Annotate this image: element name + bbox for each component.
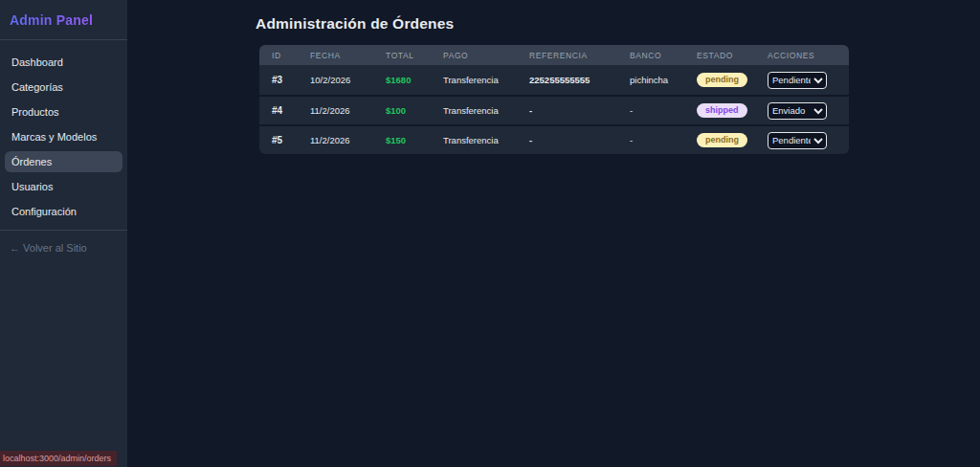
status-badge: shipped: [697, 103, 747, 118]
sidebar-item-órdenes[interactable]: Órdenes: [5, 151, 122, 172]
order-date-cell: 11/2/2026: [298, 135, 373, 145]
admin-app: Admin Panel Dashboard Categorías Product…: [0, 0, 980, 467]
order-status-select[interactable]: Enviado: [768, 102, 827, 120]
order-payment-cell: Transferencia: [431, 75, 517, 85]
table-row: #5 11/2/2026 $150 Transferencia - - pend…: [259, 124, 849, 154]
table-header-row: ID FECHA TOTAL PAGO REFERENCIA BANCO EST…: [259, 45, 849, 65]
order-reference-cell: -: [517, 105, 617, 116]
sidebar: Admin Panel Dashboard Categorías Product…: [0, 0, 127, 467]
order-payment-cell: Transferencia: [431, 135, 517, 145]
order-status-cell: pending: [684, 133, 755, 147]
order-bank-cell: pichincha: [617, 75, 684, 85]
sidebar-item-marcas-y-modelos[interactable]: Marcas y Modelos: [5, 126, 122, 147]
column-header-pago: PAGO: [431, 51, 517, 60]
order-status-select[interactable]: Pendiente: [768, 132, 827, 149]
sidebar-item-label: Usuarios: [11, 181, 53, 192]
back-to-site-link[interactable]: ← Volver al Sitio: [0, 231, 127, 265]
sidebar-item-categorías[interactable]: Categorías: [5, 77, 122, 98]
sidebar-item-dashboard[interactable]: Dashboard: [5, 52, 122, 73]
sidebar-item-configuración[interactable]: Configuración: [5, 201, 122, 222]
page-title: Administración de Órdenes: [256, 15, 980, 33]
sidebar-nav: Dashboard Categorías Productos Marcas y …: [0, 40, 127, 230]
sidebar-item-label: Categorías: [11, 81, 63, 93]
order-id-cell: #3: [259, 75, 298, 85]
column-header-fecha: FECHA: [298, 51, 373, 60]
order-date-cell: 10/2/2026: [298, 75, 373, 85]
order-reference-cell: 225255555555: [517, 75, 617, 85]
order-actions-cell: Pendiente: [755, 72, 849, 89]
order-status-cell: shipped: [684, 103, 755, 118]
order-reference-cell: -: [517, 135, 617, 145]
order-id-cell: #4: [259, 105, 298, 116]
sidebar-item-label: Dashboard: [11, 56, 63, 68]
sidebar-item-label: Órdenes: [11, 156, 52, 167]
table-row: #4 11/2/2026 $100 Transferencia - - ship…: [259, 95, 849, 124]
sidebar-item-usuarios[interactable]: Usuarios: [5, 176, 122, 197]
order-payment-cell: Transferencia: [431, 105, 517, 116]
sidebar-item-label: Productos: [11, 106, 59, 118]
link-preview-statusbar: localhost:3000/admin/orders: [0, 451, 117, 466]
order-total-cell: $1680: [373, 75, 431, 85]
sidebar-item-productos[interactable]: Productos: [5, 101, 122, 122]
column-header-acciones: ACCIONES: [755, 51, 849, 60]
status-badge: pending: [697, 133, 747, 147]
brand-title: Admin Panel: [0, 0, 127, 39]
order-total-cell: $150: [373, 135, 431, 145]
order-status-select[interactable]: Pendiente: [768, 72, 827, 89]
order-total-cell: $100: [373, 105, 431, 116]
orders-table: ID FECHA TOTAL PAGO REFERENCIA BANCO EST…: [259, 45, 849, 154]
column-header-estado: ESTADO: [684, 51, 755, 60]
order-date-cell: 11/2/2026: [298, 105, 373, 116]
order-bank-cell: -: [617, 105, 684, 116]
column-header-total: TOTAL: [373, 51, 431, 60]
order-actions-cell: Enviado: [755, 102, 849, 120]
order-id-cell: #5: [259, 135, 298, 145]
order-status-cell: pending: [684, 73, 755, 87]
main-content: Administración de Órdenes ID FECHA TOTAL…: [127, 0, 980, 467]
table-row: #3 10/2/2026 $1680 Transferencia 2252555…: [259, 65, 849, 95]
column-header-id: ID: [259, 51, 298, 60]
status-badge: pending: [697, 73, 747, 87]
table-body: #3 10/2/2026 $1680 Transferencia 2252555…: [259, 65, 849, 154]
sidebar-item-label: Configuración: [11, 206, 77, 217]
column-header-banco: BANCO: [617, 51, 684, 60]
order-bank-cell: -: [617, 135, 684, 145]
order-actions-cell: Pendiente: [755, 132, 849, 149]
column-header-referencia: REFERENCIA: [517, 51, 617, 60]
sidebar-item-label: Marcas y Modelos: [11, 131, 97, 143]
